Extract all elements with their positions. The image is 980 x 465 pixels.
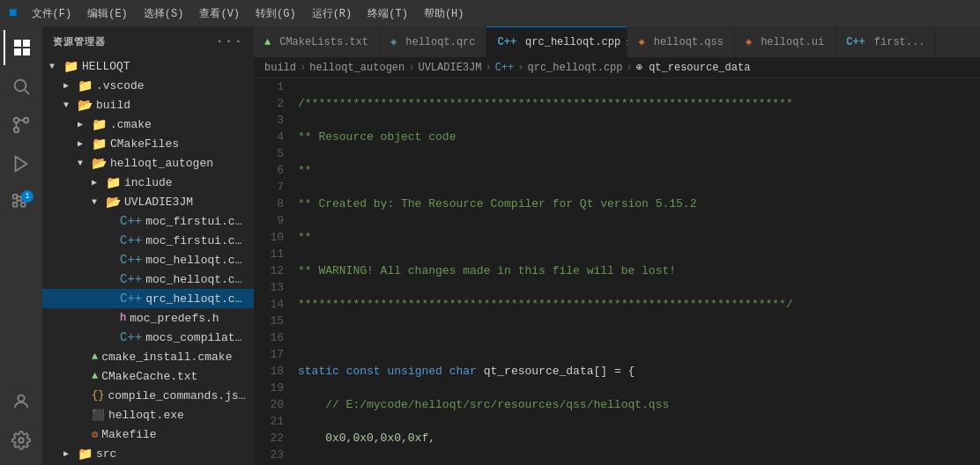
ln-19: 19 xyxy=(254,380,284,396)
sidebar-menu-button[interactable]: ··· xyxy=(215,33,243,49)
menu-select[interactable]: 选择(S) xyxy=(137,4,191,23)
ln-15: 15 xyxy=(254,313,284,329)
code-line-8 xyxy=(298,329,980,346)
activity-explorer[interactable] xyxy=(4,30,39,65)
ln-2: 2 xyxy=(254,95,284,112)
tab-helloqt-qrc-label: helloqt.qrc xyxy=(405,36,475,48)
tab-helloqt-qss[interactable]: ◈ helloqt.qss xyxy=(627,26,734,57)
menu-terminal[interactable]: 终端(T) xyxy=(360,4,415,23)
tree-item-compile-commands[interactable]: {} compile_commands.json xyxy=(42,386,254,405)
tree-item-mocs-compilation[interactable]: C++ mocs_compilation.cpp xyxy=(42,328,254,347)
main-layout: 1 资源管理器 ··· ▼ 📁 HELLOQT ▶ xyxy=(0,26,980,465)
tab-helloqt-qss-label: helloqt.qss xyxy=(654,36,724,48)
ln-13: 13 xyxy=(254,279,284,296)
tree-moc-firstui-d-label: moc_firstui.cpp.d xyxy=(145,234,247,247)
tree-item-autogen[interactable]: ▼ 📂 helloqt_autogen xyxy=(42,153,254,173)
tree-item-cmake-dot[interactable]: ▶ 📁 .cmake xyxy=(42,114,254,134)
cpp-file-icon2: C++ xyxy=(120,253,142,267)
menu-goto[interactable]: 转到(G) xyxy=(249,4,303,23)
ln-20: 20 xyxy=(254,396,284,413)
breadcrumb-file[interactable]: qrc_helloqt.cpp xyxy=(527,62,622,74)
activity-source-control[interactable] xyxy=(4,107,39,143)
tab-helloqt-ui-label: helloqt.ui xyxy=(761,36,824,48)
cpp-tab-icon: C++ xyxy=(497,36,516,48)
tree-cmakecache-label: CMakeCache.txt xyxy=(101,370,197,383)
ln-1: 1 xyxy=(254,78,284,95)
svg-point-4 xyxy=(15,80,26,92)
tab-first-label: first... xyxy=(874,36,925,48)
folder-icon: 📁 xyxy=(92,117,107,132)
tree-qrc-label: qrc_helloqt.cpp xyxy=(145,292,247,306)
code-line-3: ** xyxy=(298,162,980,179)
tree-root[interactable]: ▼ 📁 HELLOQT xyxy=(42,56,254,76)
tree-cmakefiles-label: CMakeFiles xyxy=(110,137,179,151)
tab-helloqt-ui[interactable]: ◈ helloqt.ui xyxy=(735,26,835,57)
code-line-11: 0x0,0x0,0x0,0xf, xyxy=(298,430,980,447)
tree-item-src[interactable]: ▶ 📁 src xyxy=(42,444,254,463)
breadcrumb-sep4: › xyxy=(517,62,523,74)
breadcrumb-uvladie[interactable]: UVLADIE3JM xyxy=(418,62,481,74)
code-editor[interactable]: 1 2 3 4 5 6 7 8 9 10 11 12 13 14 15 16 1… xyxy=(254,78,980,465)
tabs-bar: ▲ CMakeLists.txt ◈ helloqt.qrc C++ qrc_h… xyxy=(254,26,980,57)
breadcrumb-build[interactable]: build xyxy=(264,62,296,74)
title-bar: ■ 文件(F) 编辑(E) 选择(S) 查看(V) 转到(G) 运行(R) 终端… xyxy=(0,0,980,26)
editor-area: ▲ CMakeLists.txt ◈ helloqt.qrc C++ qrc_h… xyxy=(254,26,980,465)
tree-item-moc-predefs[interactable]: h moc_predefs.h xyxy=(42,308,254,328)
tab-cmakelists[interactable]: ▲ CMakeLists.txt xyxy=(254,26,380,57)
tree-item-moc-helloqt[interactable]: C++ moc_helloqt.cpp xyxy=(42,250,254,269)
activity-search[interactable] xyxy=(4,69,39,104)
menu-edit[interactable]: 编辑(E) xyxy=(80,4,135,23)
activity-run[interactable] xyxy=(4,146,39,181)
breadcrumb-symbol[interactable]: ⊕ qt_resource_data xyxy=(636,61,751,74)
tab-helloqt-qrc[interactable]: ◈ helloqt.qrc xyxy=(380,26,486,57)
cpp-file-icon3: C++ xyxy=(120,272,142,286)
code-line-10: // E:/mycode/helloqt/src/resources/qss/h… xyxy=(298,396,980,413)
menu-run[interactable]: 运行(R) xyxy=(305,4,360,23)
tree-cmakefiles-arrow: ▶ xyxy=(78,138,92,149)
tree-include-label: include xyxy=(124,176,173,189)
tree-item-makefile[interactable]: ⚙ Makefile xyxy=(42,424,254,444)
tree-item-moc-firstui-d[interactable]: C++ moc_firstui.cpp.d xyxy=(42,231,254,250)
tree-vscode-arrow: ▶ xyxy=(63,80,78,91)
tree-src-label: src xyxy=(96,447,116,461)
tree-item-helloqt-exe[interactable]: ⬛ helloqt.exe xyxy=(42,405,254,424)
tree-item-uvladie[interactable]: ▼ 📂 UVLADIE3JM xyxy=(42,192,254,211)
tree-item-build[interactable]: ▼ 📂 build xyxy=(42,95,254,114)
svg-point-7 xyxy=(24,118,29,123)
activity-settings[interactable] xyxy=(4,423,39,458)
activity-account[interactable] xyxy=(4,384,39,419)
tree-item-moc-firstui[interactable]: C++ moc_firstui.cpp xyxy=(42,211,254,231)
breadcrumb-autogen[interactable]: helloqt_autogen xyxy=(309,62,405,74)
breadcrumb: build › helloqt_autogen › UVLADIE3JM › C… xyxy=(254,57,980,78)
code-line-4: ** Created by: The Resource Compiler for… xyxy=(298,196,980,212)
cpp-file-icon: C++ xyxy=(120,214,142,228)
code-line-6: ** WARNING! All changes made in this fil… xyxy=(298,262,980,279)
menu-bar: 文件(F) 编辑(E) 选择(S) 查看(V) 转到(G) 运行(R) 终端(T… xyxy=(25,4,471,23)
tree-item-vscode[interactable]: ▶ 📁 .vscode xyxy=(42,76,254,95)
folder-open-icon: 📂 xyxy=(78,98,93,113)
tree-item-cmakecache[interactable]: ▲ CMakeCache.txt xyxy=(42,366,254,386)
ln-16: 16 xyxy=(254,329,284,346)
cpp-file-icon4: C++ xyxy=(120,292,142,306)
ln-12: 12 xyxy=(254,262,284,279)
tree-cmake-install-label: cmake_install.cmake xyxy=(101,351,232,364)
tree-item-cmakefiles[interactable]: ▶ 📁 CMakeFiles xyxy=(42,134,254,153)
breadcrumb-cpp[interactable]: C++ xyxy=(495,62,515,74)
tree-item-moc-helloqt-d[interactable]: C++ moc_helloqt.cpp.d xyxy=(42,269,254,289)
activity-extensions[interactable]: 1 xyxy=(4,185,39,220)
tree-item-include[interactable]: ▶ 📁 include xyxy=(42,173,254,192)
code-line-2: ** Resource object code xyxy=(298,129,980,145)
tree-src-arrow: ▶ xyxy=(63,448,78,459)
tab-first[interactable]: C++ first... xyxy=(835,26,936,57)
folder-open-icon: 📂 xyxy=(92,156,107,171)
tree-item-cmake-install[interactable]: ▲ cmake_install.cmake xyxy=(42,347,254,366)
ln-21: 21 xyxy=(254,413,284,430)
qrc-tab-icon: ◈ xyxy=(390,35,397,48)
menu-view[interactable]: 查看(V) xyxy=(192,4,247,23)
sidebar: 资源管理器 ··· ▼ 📁 HELLOQT ▶ 📁 .vscode ▼ 📂 bu… xyxy=(42,26,254,465)
tree-item-qrc-helloqt[interactable]: C++ qrc_helloqt.cpp xyxy=(42,289,254,308)
tab-qrc-helloqt-cpp[interactable]: C++ qrc_helloqt.cpp ✕ xyxy=(486,26,627,57)
svg-rect-14 xyxy=(21,203,26,207)
menu-help[interactable]: 帮助(H) xyxy=(417,4,471,23)
menu-file[interactable]: 文件(F) xyxy=(25,4,79,23)
